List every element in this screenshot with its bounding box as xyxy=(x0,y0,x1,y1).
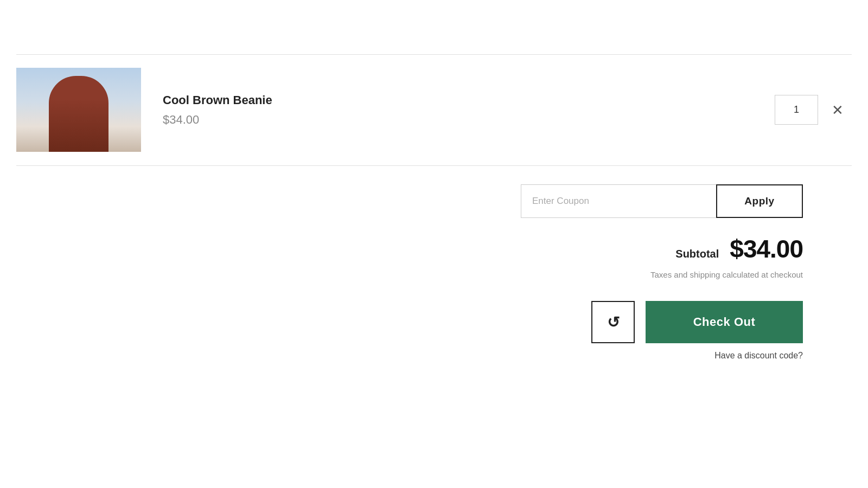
subtotal-amount: $34.00 xyxy=(730,234,803,264)
coupon-row: Apply xyxy=(521,184,803,218)
svg-rect-6 xyxy=(87,108,93,130)
svg-rect-0 xyxy=(16,68,141,152)
apply-coupon-button[interactable]: Apply xyxy=(716,184,803,218)
subtotal-label: Subtotal xyxy=(675,248,719,260)
product-name: Cool Brown Beanie xyxy=(163,93,775,107)
svg-rect-8 xyxy=(64,95,90,104)
product-details: Cool Brown Beanie $34.00 xyxy=(163,93,775,127)
discount-note: Have a discount code? xyxy=(521,351,803,361)
product-row: Cool Brown Beanie $34.00 1 ✕ xyxy=(16,62,852,157)
svg-rect-1 xyxy=(16,122,141,152)
product-controls: 1 ✕ xyxy=(775,95,846,125)
svg-point-11 xyxy=(80,107,83,110)
svg-point-7 xyxy=(64,89,90,106)
coupon-input[interactable] xyxy=(521,184,716,218)
svg-rect-9 xyxy=(63,101,91,105)
svg-rect-14 xyxy=(117,95,141,127)
svg-point-3 xyxy=(58,115,99,139)
bottom-divider xyxy=(16,165,852,166)
top-divider xyxy=(16,54,852,55)
product-image-placeholder xyxy=(16,68,141,152)
svg-point-5 xyxy=(73,95,92,125)
product-price: $34.00 xyxy=(163,113,775,127)
buttons-row: ↺ Check Out xyxy=(521,301,803,343)
svg-rect-13 xyxy=(16,89,30,127)
refresh-cart-button[interactable]: ↺ xyxy=(591,301,635,343)
subtotal-row: Subtotal $34.00 xyxy=(521,234,803,264)
svg-point-12 xyxy=(77,112,79,113)
svg-point-4 xyxy=(67,94,91,123)
svg-point-10 xyxy=(74,108,76,110)
quantity-value: 1 xyxy=(794,104,799,115)
page-container: Cool Brown Beanie $34.00 1 ✕ Apply Subto… xyxy=(0,0,868,488)
svg-point-2 xyxy=(54,108,103,152)
refresh-icon: ↺ xyxy=(607,313,620,331)
quantity-input[interactable]: 1 xyxy=(775,95,818,125)
tax-note: Taxes and shipping calculated at checkou… xyxy=(521,270,803,279)
right-panel: Apply Subtotal $34.00 Taxes and shipping… xyxy=(521,184,803,361)
product-image-svg xyxy=(16,68,141,152)
product-image xyxy=(16,68,141,152)
checkout-button[interactable]: Check Out xyxy=(646,301,803,343)
remove-button[interactable]: ✕ xyxy=(829,100,846,120)
